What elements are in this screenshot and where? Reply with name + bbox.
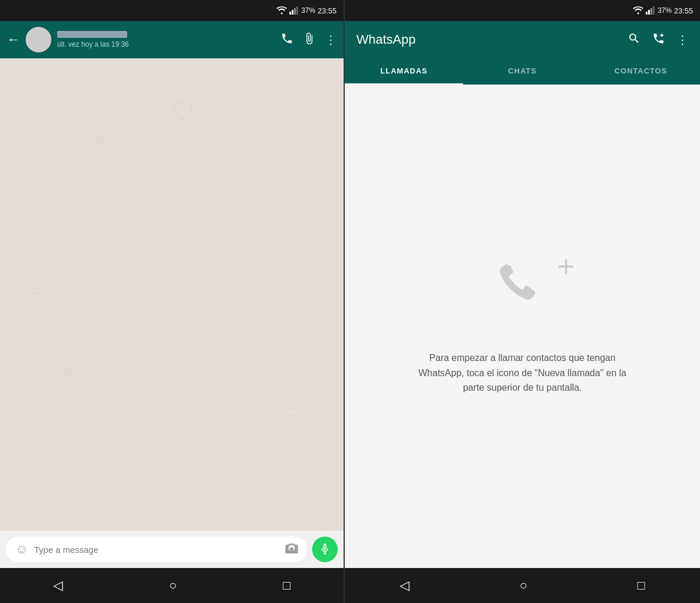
wallpaper-overlay: ✉ ☎ 💬 ♪ ❤ ✉ ☎ 💬 ✂ ♪ ☎ ✉ 💬 ❤ bbox=[0, 58, 344, 531]
svg-text:❤: ❤ bbox=[104, 426, 117, 440]
whatsapp-header: WhatsApp ⋮ bbox=[345, 21, 700, 58]
contact-name-bar bbox=[57, 31, 127, 38]
plus-icon: + bbox=[557, 251, 575, 282]
calls-description: Para empezar a llamar contactos que teng… bbox=[418, 350, 628, 395]
svg-text:✉: ✉ bbox=[14, 89, 33, 111]
home-nav-left[interactable]: ○ bbox=[163, 572, 183, 599]
calls-content: + Para empezar a llamar contactos que te… bbox=[345, 85, 700, 568]
svg-text:☎: ☎ bbox=[55, 363, 78, 384]
tab-llamadas[interactable]: LLAMADAS bbox=[345, 58, 463, 85]
home-nav-right[interactable]: ○ bbox=[514, 572, 533, 599]
call-icon-container: + bbox=[488, 257, 558, 327]
attach-icon[interactable] bbox=[303, 32, 316, 48]
whatsapp-title: WhatsApp bbox=[356, 32, 621, 47]
whatsapp-header-icons: ⋮ bbox=[628, 32, 688, 48]
chat-input-area: ☺ bbox=[0, 531, 344, 568]
back-button[interactable]: ← bbox=[7, 32, 20, 47]
message-input[interactable] bbox=[34, 545, 279, 555]
recent-nav-left[interactable]: □ bbox=[277, 572, 296, 599]
svg-text:✂: ✂ bbox=[142, 304, 160, 325]
wifi-icon-left bbox=[276, 6, 287, 15]
avatar bbox=[26, 27, 51, 52]
recent-nav-right[interactable]: □ bbox=[631, 572, 650, 599]
nav-bar-left: ◁ ○ □ bbox=[0, 568, 344, 603]
wifi-icon-right bbox=[633, 6, 643, 15]
svg-rect-1 bbox=[292, 10, 293, 15]
emoji-button[interactable]: ☺ bbox=[15, 542, 28, 557]
call-icon[interactable] bbox=[281, 32, 293, 48]
new-call-icon[interactable] bbox=[652, 32, 665, 48]
time-left: 23:55 bbox=[317, 6, 337, 15]
more-icon-right[interactable]: ⋮ bbox=[677, 33, 688, 47]
chat-body: ✉ ☎ 💬 ♪ ❤ ✉ ☎ 💬 ✂ ♪ ☎ ✉ 💬 ❤ bbox=[0, 58, 344, 531]
svg-rect-20 bbox=[650, 8, 652, 15]
svg-rect-3 bbox=[296, 6, 298, 15]
status-icons-left: 37% 23:55 bbox=[276, 6, 337, 15]
mic-button[interactable] bbox=[312, 537, 338, 562]
header-actions: ⋮ bbox=[281, 32, 337, 48]
message-input-container: ☺ bbox=[6, 537, 307, 562]
back-nav-left[interactable]: ◁ bbox=[47, 572, 69, 599]
svg-text:❤: ❤ bbox=[45, 193, 57, 208]
svg-rect-21 bbox=[653, 6, 654, 15]
tabs-bar: LLAMADAS CHATS CONTACTOS bbox=[345, 58, 700, 85]
mic-icon bbox=[319, 542, 331, 556]
tab-chats[interactable]: CHATS bbox=[463, 58, 582, 85]
more-icon-left[interactable]: ⋮ bbox=[325, 33, 337, 47]
svg-text:♪: ♪ bbox=[257, 327, 264, 341]
svg-text:☎: ☎ bbox=[87, 132, 107, 151]
left-panel: 37% 23:55 ← últ. vez hoy a las 19:36 ⋮ bbox=[0, 0, 344, 603]
svg-text:✉: ✉ bbox=[186, 394, 202, 413]
svg-rect-19 bbox=[648, 10, 650, 15]
time-right: 23:55 bbox=[674, 6, 693, 15]
nav-bar-right: ◁ ○ □ bbox=[345, 568, 700, 603]
battery-left: 37% bbox=[301, 6, 315, 15]
status-icons-right: 37% 23:55 bbox=[633, 6, 693, 15]
svg-text:💬: 💬 bbox=[170, 97, 196, 122]
signal-icon-right bbox=[646, 6, 655, 15]
svg-text:☎: ☎ bbox=[220, 248, 239, 266]
svg-text:✉: ✉ bbox=[116, 218, 133, 239]
contact-status: últ. vez hoy a las 19:36 bbox=[57, 40, 275, 48]
battery-right: 37% bbox=[657, 6, 671, 15]
signal-icon-left bbox=[289, 6, 299, 15]
contact-info: últ. vez hoy a las 19:36 bbox=[57, 31, 275, 48]
svg-rect-2 bbox=[294, 8, 296, 15]
tab-contactos[interactable]: CONTACTOS bbox=[582, 58, 700, 85]
svg-text:💬: 💬 bbox=[29, 278, 50, 299]
search-icon[interactable] bbox=[628, 32, 640, 48]
phone-icon-large bbox=[488, 257, 558, 327]
status-bar-left: 37% 23:55 bbox=[0, 0, 344, 21]
svg-rect-0 bbox=[289, 12, 291, 15]
svg-rect-18 bbox=[646, 12, 648, 15]
svg-text:💬: 💬 bbox=[284, 406, 302, 425]
status-bar-right: 37% 23:55 bbox=[345, 0, 700, 21]
svg-text:♪: ♪ bbox=[262, 163, 270, 178]
camera-icon[interactable] bbox=[285, 543, 298, 556]
right-panel: 37% 23:55 WhatsApp ⋮ LLAMADAS CHATS CONT bbox=[345, 0, 700, 603]
chat-header: ← últ. vez hoy a las 19:36 ⋮ bbox=[0, 21, 344, 58]
back-nav-right[interactable]: ◁ bbox=[394, 572, 415, 599]
